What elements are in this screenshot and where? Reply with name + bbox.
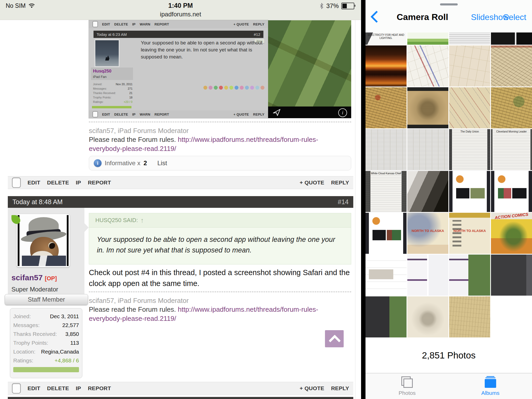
scroll-to-top-button[interactable] xyxy=(325,330,344,347)
banana-icon[interactable] xyxy=(229,86,233,90)
aerial-photo-attachment[interactable]: i xyxy=(268,20,351,118)
delete-link[interactable]: DELETE xyxy=(47,179,69,186)
photo-thumbnail-comic-solar[interactable]: ELECTRICITY FOR HEAT AND LIGHTING. xyxy=(365,32,407,45)
select-post-checkbox[interactable] xyxy=(12,383,21,394)
photo-thumbnail-comic-dark[interactable] xyxy=(491,32,532,45)
reaction-list-link[interactable]: List xyxy=(157,159,167,167)
photo-thumbnail-form-shot[interactable] xyxy=(365,255,407,296)
photo-thumbnail-map-faint[interactable] xyxy=(449,45,490,87)
delete-link[interactable]: DELETE xyxy=(47,385,69,391)
avatar[interactable] xyxy=(17,214,70,267)
photo-thumbnail-map-scroll[interactable] xyxy=(407,87,448,128)
back-button[interactable] xyxy=(370,10,378,22)
share-location-icon[interactable] xyxy=(272,108,281,117)
photo-thumbnail-news-dense[interactable] xyxy=(365,129,407,170)
flag-icon[interactable] xyxy=(209,86,212,90)
quote-jump-arrow-icon[interactable]: ↑ xyxy=(141,216,144,224)
photo-thumbnail-climbers[interactable] xyxy=(407,171,448,212)
check-icon[interactable] xyxy=(214,86,218,90)
photo-thumbnail-comic-bw[interactable] xyxy=(449,32,490,45)
stat-value: 3,850 xyxy=(65,331,79,337)
photo-thumbnail-map-cream[interactable] xyxy=(449,87,490,128)
select-post-checkbox[interactable] xyxy=(92,111,98,117)
photo-thumbnail-map-gold[interactable] xyxy=(365,87,407,128)
pen-icon[interactable] xyxy=(255,86,259,90)
ip-link[interactable]: IP xyxy=(76,385,81,391)
photo-thumbnail-action-comics[interactable]: ACTION COMICS xyxy=(491,213,532,254)
split-view-drag-handle-icon[interactable] xyxy=(440,3,458,5)
safari-panel: No SIM 1:40 PM ipadforums.net 37% EDITDE… xyxy=(0,0,361,399)
photo-thumbnail-poster-alaska1[interactable]: NORTH TO ALASKA xyxy=(407,213,448,254)
member-rating-bar xyxy=(13,367,79,372)
rainbow-icon[interactable] xyxy=(250,86,254,90)
photo-thumbnail-news-dense[interactable] xyxy=(407,129,448,170)
select-post-checkbox[interactable] xyxy=(12,177,21,188)
report-link[interactable]: REPORT xyxy=(88,385,111,391)
reactions-summary-bar[interactable]: i Informative x 2 List xyxy=(89,156,351,170)
cross-icon[interactable] xyxy=(219,86,223,90)
photo-thumbnail-news-union[interactable]: The Daily Union xyxy=(449,129,490,170)
info-icon[interactable] xyxy=(235,86,238,90)
reply-link[interactable]: REPLY xyxy=(253,112,264,116)
photo-thumbnail-map-bullrun[interactable] xyxy=(491,45,532,87)
member-username-link[interactable]: scifan57 [OP] xyxy=(11,273,57,282)
reply-link[interactable]: REPLY xyxy=(253,22,264,26)
select-button[interactable]: Select xyxy=(503,12,526,22)
select-post-checkbox[interactable] xyxy=(92,21,98,27)
report-link[interactable]: REPORT xyxy=(155,22,169,26)
photo-thumbnail-sunset[interactable] xyxy=(365,45,407,87)
photo-thumbnail-map-tan3[interactable] xyxy=(449,296,490,337)
quote-link[interactable]: + QUOTE xyxy=(234,22,249,26)
stat-row: Ratings:+23 / 0 xyxy=(93,100,132,105)
ip-link[interactable]: IP xyxy=(132,112,136,116)
photo-thumbnail-dark-forum[interactable] xyxy=(491,255,532,296)
photo-thumbnail-split-aerial[interactable] xyxy=(449,255,490,296)
photo-thumbnail-map-gold2[interactable] xyxy=(491,87,532,128)
ip-link[interactable]: IP xyxy=(76,179,81,186)
warn-link[interactable]: WARN xyxy=(140,22,150,26)
edit-link[interactable]: EDIT xyxy=(102,22,110,26)
edit-link[interactable]: EDIT xyxy=(102,112,110,116)
edit-link[interactable]: EDIT xyxy=(28,385,40,391)
tab-albums[interactable]: Albums xyxy=(449,373,532,399)
photo-thumbnail-news-leader[interactable]: Cleveland Morning Leader xyxy=(491,129,532,170)
embedded-screenshot-attachment[interactable]: EDITDELETEIPWARNREPORT+ QUOTEREPLY Today… xyxy=(89,20,268,118)
photo-thumbnail-map-sketch[interactable] xyxy=(407,45,448,87)
tab-photos[interactable]: Photos xyxy=(365,373,449,399)
quote-link[interactable]: + QUOTE xyxy=(300,179,324,186)
warn-link[interactable]: WARN xyxy=(140,112,150,116)
photo-thumbnail-news-kansas[interactable]: White Cloud Kansas Chief xyxy=(365,171,407,212)
report-link[interactable]: REPORT xyxy=(155,112,169,116)
embed-author-name: Husq250 xyxy=(93,69,111,74)
report-link[interactable]: REPORT xyxy=(88,179,111,186)
edit-link[interactable]: EDIT xyxy=(28,179,40,186)
delete-link[interactable]: DELETE xyxy=(114,112,128,116)
stat-row: Joined:Dec 3, 2011 xyxy=(13,312,79,321)
frame-icon[interactable] xyxy=(261,86,264,90)
photo-grid-row xyxy=(365,87,532,128)
photo-thumbnail-appstore-a[interactable] xyxy=(449,171,490,212)
reply-link[interactable]: REPLY xyxy=(331,179,349,186)
delete-link[interactable]: DELETE xyxy=(114,22,128,26)
post14-number-link[interactable]: #14 xyxy=(338,198,349,206)
photo-thumbnail-poster-alaska2[interactable]: NORTH TO ALASKA xyxy=(449,213,490,254)
ip-link[interactable]: IP xyxy=(132,22,136,26)
photo-thumbnail-split-clock[interactable] xyxy=(407,255,448,296)
photo-thumbnail-comic-sheep[interactable] xyxy=(407,32,448,45)
photo-thumbnail-appstore-b[interactable] xyxy=(491,171,532,212)
photo-thumbnail-appstore-c[interactable] xyxy=(365,213,407,254)
site-url-label[interactable]: ipadforums.net xyxy=(0,11,361,18)
coin-icon[interactable] xyxy=(224,86,228,90)
quote-link[interactable]: + QUOTE xyxy=(300,385,324,391)
photo-thumbnail-map-pale[interactable] xyxy=(407,296,448,337)
quote-link[interactable]: + QUOTE xyxy=(234,112,249,116)
thumbs-up-icon[interactable] xyxy=(203,86,207,90)
split-view-divider[interactable] xyxy=(361,0,365,399)
quote-block[interactable]: HUSQ250 SAID: ↑ Your supposed to be able… xyxy=(89,213,351,264)
heart-icon[interactable] xyxy=(240,86,244,90)
pencil-icon[interactable] xyxy=(245,86,249,90)
photo-thumbnail-dark-split[interactable] xyxy=(365,296,407,337)
photo-caption: White Cloud Kansas Chief xyxy=(367,172,405,175)
reply-link[interactable]: REPLY xyxy=(331,385,349,391)
info-circle-icon[interactable]: i xyxy=(338,108,347,117)
